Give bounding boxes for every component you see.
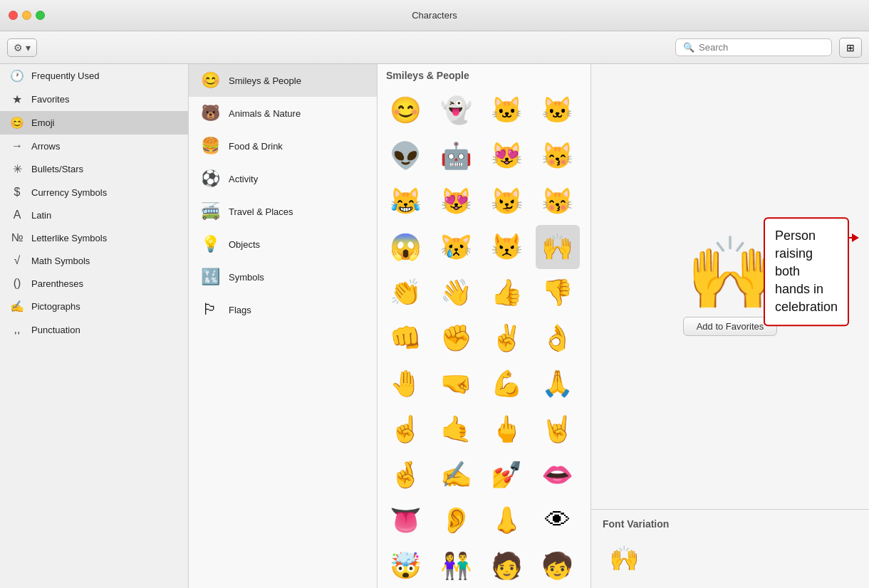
emoji-cell[interactable]: 🐱: [536, 88, 580, 132]
category-item-animals[interactable]: 🐻Animals & Nature: [189, 97, 377, 130]
sidebar-item-latin[interactable]: ALatin: [0, 204, 188, 226]
close-button[interactable]: [9, 11, 18, 20]
sidebar-item-emoji[interactable]: 😊Emoji: [0, 111, 188, 135]
category-label-activity: Activity: [229, 174, 258, 184]
category-item-food[interactable]: 🍔Food & Drink: [189, 130, 377, 162]
emoji-cell[interactable]: 😾: [485, 225, 529, 269]
activity-category-icon: ⚽: [200, 169, 220, 188]
category-item-objects[interactable]: 💡Objects: [189, 228, 377, 261]
smileys-category-icon: 😊: [200, 71, 220, 90]
sidebar-label-letterlike: Letterlike Symbols: [31, 233, 107, 243]
emoji-cell[interactable]: 👻: [434, 88, 478, 132]
emoji-cell[interactable]: ☝: [383, 407, 427, 451]
sidebar-item-arrows[interactable]: →Arrows: [0, 135, 188, 157]
emoji-cell[interactable]: 🤙: [434, 407, 478, 451]
parentheses-icon: (): [10, 277, 24, 290]
category-item-smileys[interactable]: 😊Smileys & People: [189, 64, 377, 97]
emoji-cell[interactable]: 😿: [434, 225, 478, 269]
sidebar-label-currency: Currency Symbols: [31, 187, 107, 198]
detail-panel: 🙌 Person raising both hands in celebrati…: [591, 64, 869, 588]
category-label-symbols: Symbols: [229, 272, 264, 283]
emoji-cell[interactable]: 😊: [383, 88, 427, 132]
emoji-cell[interactable]: ✊: [434, 316, 478, 360]
emoji-cell[interactable]: ✌: [485, 316, 529, 360]
sidebar-label-punctuation: Punctuation: [31, 325, 80, 335]
search-bar: 🔍: [675, 38, 832, 56]
emoji-cell[interactable]: 😼: [485, 179, 529, 224]
sidebar-item-favorites[interactable]: ★Favorites: [0, 88, 188, 111]
sidebar-label-latin: Latin: [31, 210, 51, 221]
emoji-cell[interactable]: 👍: [485, 271, 529, 315]
emoji-cell[interactable]: 💪: [485, 362, 529, 406]
emoji-cell[interactable]: 👃: [485, 498, 529, 542]
emoji-grid-header: Smileys & People: [378, 64, 590, 85]
category-item-flags[interactable]: 🏳Flags: [189, 293, 377, 326]
sidebar-label-favorites: Favorites: [31, 94, 69, 105]
sidebar-item-letterlike[interactable]: №Letterlike Symbols: [0, 226, 188, 249]
emoji-cell[interactable]: 🤘: [536, 407, 580, 451]
emoji-cell[interactable]: 🐱: [485, 88, 529, 132]
emoji-cell[interactable]: 👋: [434, 271, 478, 315]
emoji-cell[interactable]: 🤜: [434, 362, 478, 406]
emoji-cell[interactable]: 👌: [536, 316, 580, 360]
emoji-cell[interactable]: 👽: [383, 134, 427, 178]
category-panel: 😊Smileys & People🐻Animals & Nature🍔Food …: [189, 64, 378, 588]
emoji-cell[interactable]: 👂: [434, 498, 478, 542]
main-content: 🕐Frequently Used★Favorites😊Emoji→Arrows✳…: [0, 64, 869, 588]
emoji-cell[interactable]: 😹: [383, 179, 427, 224]
emoji-cell[interactable]: 😽: [536, 179, 580, 224]
sidebar-item-parentheses[interactable]: ()Parentheses: [0, 272, 188, 295]
category-label-food: Food & Drink: [229, 141, 283, 152]
emoji-cell[interactable]: 😻: [434, 179, 478, 224]
category-item-activity[interactable]: ⚽Activity: [189, 162, 377, 195]
sidebar-item-currency[interactable]: $Currency Symbols: [0, 181, 188, 204]
emoji-cell[interactable]: 👅: [383, 498, 427, 542]
grid-view-button[interactable]: ⊞: [839, 38, 862, 58]
category-label-travel: Travel & Places: [229, 206, 293, 217]
category-item-symbols[interactable]: 🔣Symbols: [189, 261, 377, 293]
emoji-cell[interactable]: 👎: [536, 271, 580, 315]
emoji-cell[interactable]: 🖕: [485, 407, 529, 451]
emoji-cell[interactable]: 👏: [383, 271, 427, 315]
emoji-cell[interactable]: ✍: [434, 453, 478, 497]
gear-button[interactable]: ⚙ ▾: [7, 38, 37, 57]
emoji-cell[interactable]: 🙌: [536, 225, 580, 269]
category-item-travel[interactable]: 🚎Travel & Places: [189, 195, 377, 228]
sidebar-item-frequently-used[interactable]: 🕐Frequently Used: [0, 64, 188, 88]
sidebar-item-bullets-stars[interactable]: ✳Bullets/Stars: [0, 157, 188, 181]
chevron-down-icon: ▾: [26, 42, 31, 53]
emoji-cell[interactable]: 👊: [383, 316, 427, 360]
detail-emoji: 🙌: [686, 237, 775, 308]
sidebar-item-math[interactable]: √Math Symbols: [0, 249, 188, 272]
detail-top: 🙌 Person raising both hands in celebrati…: [591, 64, 869, 509]
search-input[interactable]: [699, 42, 824, 53]
toolbar: ⚙ ▾ 🔍 ⊞: [0, 31, 869, 64]
emoji-cell[interactable]: 🙏: [536, 362, 580, 406]
titlebar: Characters: [0, 0, 869, 31]
math-icon: √: [10, 254, 24, 267]
emoji-cell[interactable]: 💅: [485, 453, 529, 497]
emoji-cell[interactable]: 👄: [536, 453, 580, 497]
sidebar-label-arrows: Arrows: [31, 141, 60, 152]
emoji-cell[interactable]: 🤖: [434, 134, 478, 178]
emoji-cell[interactable]: 👫: [434, 544, 478, 588]
emoji-cell[interactable]: 😽: [536, 134, 580, 178]
emoji-cell[interactable]: 👁: [536, 498, 580, 542]
sidebar-item-punctuation[interactable]: ,,Punctuation: [0, 318, 188, 341]
font-variation-grid: 🙌: [603, 537, 858, 579]
emoji-grid: 😊👻🐱🐱👽🤖😻😽😹😻😼😽😱😿😾🙌👏👋👍👎👊✊✌👌🤚🤜💪🙏☝🤙🖕🤘🤞✍💅👄👅👂👃👁…: [378, 85, 590, 588]
emoji-cell[interactable]: 🤞: [383, 453, 427, 497]
latin-icon: A: [10, 209, 24, 221]
sidebar-item-pictographs[interactable]: ✍Pictographs: [0, 295, 188, 318]
emoji-cell[interactable]: 😱: [383, 225, 427, 269]
emoji-cell[interactable]: 🤚: [383, 362, 427, 406]
emoji-cell[interactable]: 🧑: [485, 544, 529, 588]
font-variation-cell[interactable]: 🙌: [603, 537, 645, 579]
minimize-button[interactable]: [22, 11, 31, 20]
maximize-button[interactable]: [36, 11, 45, 20]
emoji-cell[interactable]: 😻: [485, 134, 529, 178]
emoji-cell[interactable]: 🧒: [536, 544, 580, 588]
arrow-head: [852, 233, 859, 242]
emoji-cell[interactable]: 🤯: [383, 544, 427, 588]
sidebar-label-parentheses: Parentheses: [31, 278, 83, 289]
